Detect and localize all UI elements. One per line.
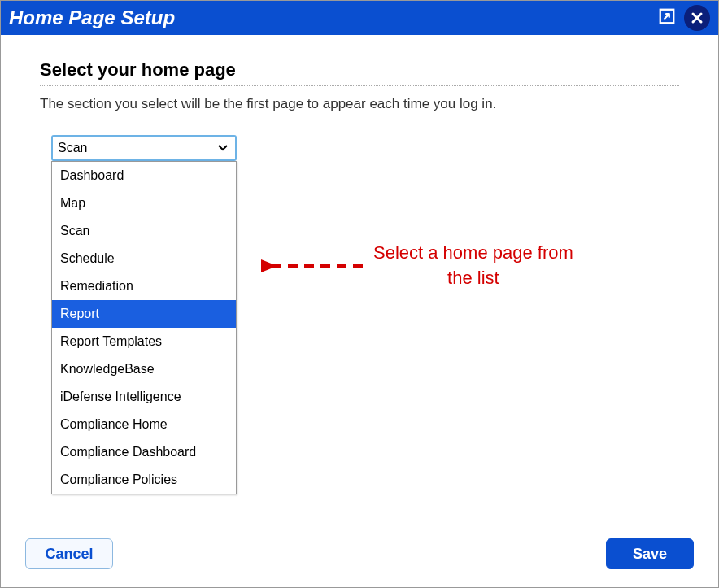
dropdown-item[interactable]: Dashboard [52, 162, 236, 189]
dropdown-item[interactable]: Schedule [52, 245, 236, 272]
section-description: The section you select will be the first… [40, 96, 679, 112]
dialog-footer: Cancel Save [1, 538, 718, 569]
homepage-select[interactable]: Scan [51, 135, 237, 161]
section-title: Select your home page [40, 59, 679, 81]
dropdown-item[interactable]: Map [52, 189, 236, 217]
close-icon [691, 11, 704, 24]
dropdown-item[interactable]: KnowledgeBase [52, 355, 236, 383]
arrow-left-icon [261, 256, 367, 276]
divider [40, 85, 679, 86]
annotation-text: Select a home page fromthe list [373, 241, 573, 291]
dialog-header: Home Page Setup [1, 1, 718, 35]
dialog-content: Select your home page The section you se… [1, 35, 718, 161]
save-button[interactable]: Save [606, 538, 694, 569]
select-value: Scan [58, 141, 87, 155]
close-button[interactable] [684, 5, 710, 31]
homepage-dropdown[interactable]: DashboardMapScanScheduleRemediationRepor… [51, 161, 237, 494]
select-area: Scan DashboardMapScanScheduleRemediation… [51, 135, 679, 161]
dropdown-item[interactable]: iDefense Intelligence [52, 383, 236, 411]
annotation: Select a home page fromthe list [261, 241, 573, 291]
dropdown-item[interactable]: Remediation [52, 272, 236, 300]
dropdown-item[interactable]: Report [52, 300, 236, 328]
dropdown-item[interactable]: Report Templates [52, 328, 236, 355]
dropdown-item[interactable]: Compliance Dashboard [52, 438, 236, 466]
chevron-down-icon [217, 141, 229, 155]
dropdown-item[interactable]: Compliance Home [52, 411, 236, 438]
cancel-button[interactable]: Cancel [25, 538, 113, 569]
dropdown-item[interactable]: Compliance Policies [52, 466, 236, 494]
dropdown-item[interactable]: Scan [52, 217, 236, 245]
dialog-title: Home Page Setup [9, 7, 658, 29]
expand-icon[interactable] [658, 7, 676, 28]
header-icons [658, 5, 710, 31]
